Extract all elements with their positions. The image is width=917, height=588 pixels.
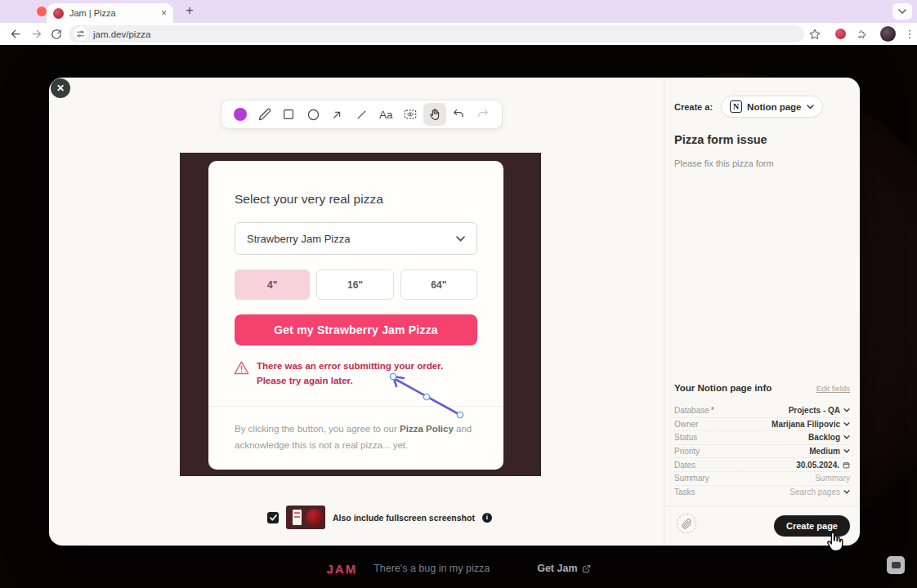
address-bar[interactable]: jam.dev/pizza: [69, 25, 804, 42]
forward-icon[interactable]: [29, 27, 43, 41]
field-label: Database: [674, 406, 709, 415]
jam-capture-modal: ✕ Aa: [49, 78, 860, 546]
site-info-icon[interactable]: [74, 27, 87, 41]
legal-prefix: By clicking the button, you agree to our: [235, 424, 400, 434]
field-row-tasks[interactable]: Tasks Search pages: [674, 486, 850, 500]
field-row-priority[interactable]: Priority Medium: [674, 445, 850, 459]
new-tab-button[interactable]: +: [181, 2, 198, 19]
field-value: 30.05.2024.: [796, 461, 839, 470]
text-tool-icon[interactable]: Aa: [374, 103, 397, 126]
bookmark-star-icon[interactable]: [807, 27, 821, 41]
tab-close-icon[interactable]: ×: [161, 7, 167, 19]
destination-dropdown[interactable]: N Notion page: [721, 96, 822, 118]
field-value: Medium: [809, 447, 840, 456]
issue-description-input[interactable]: Please fix this pizza form: [674, 158, 774, 168]
edit-fields-link[interactable]: Edit fields: [816, 384, 850, 393]
thumbnail-pizza: [306, 509, 323, 526]
size-options: 4" 16" 64": [235, 270, 477, 300]
form-title: Select your very real pizza: [235, 192, 383, 207]
hand-tool-icon[interactable]: [423, 103, 446, 126]
field-placeholder: Search pages: [790, 488, 840, 497]
rectangle-tool-icon[interactable]: [277, 103, 300, 126]
url-text: jam.dev/pizza: [93, 29, 150, 39]
info-icon[interactable]: i: [482, 513, 492, 523]
browser-menu-icon[interactable]: ⋮: [904, 26, 915, 42]
blur-tool-icon[interactable]: [399, 103, 422, 126]
browser-window: Jam | Pizza × + jam.dev/pizza: [0, 0, 917, 588]
arrow-tool-icon[interactable]: [326, 103, 349, 126]
fullscreen-screenshot-checkbox[interactable]: [267, 512, 279, 523]
tab-title: Jam | Pizza: [69, 8, 155, 18]
profile-avatar[interactable]: [880, 26, 896, 42]
field-value: Marijana Filipovic: [772, 420, 840, 429]
calendar-icon: [843, 461, 850, 469]
sidebar-divider: [664, 506, 860, 506]
browser-toolbar: jam.dev/pizza ⋮: [0, 23, 917, 45]
annotation-toolbar: Aa: [221, 100, 503, 129]
notion-info-header: Your Notion page info Edit fields: [674, 383, 850, 393]
include-screenshot-label: Also include fullscreen screenshot: [333, 513, 475, 523]
modal-close-button[interactable]: ✕: [51, 78, 70, 98]
get-jam-link[interactable]: Get Jam: [537, 563, 590, 574]
submit-order-button[interactable]: Get my Strawberry Jam Pizza: [235, 314, 477, 345]
window-close-button[interactable]: [37, 7, 47, 16]
line-tool-icon[interactable]: [350, 103, 373, 126]
jam-extension-icon[interactable]: [834, 27, 848, 41]
notion-fields: Database* Projects - QA Owner Marijana F…: [674, 404, 850, 499]
field-row-owner[interactable]: Owner Marijana Filipovic: [674, 418, 850, 432]
arrow-handle-end[interactable]: [390, 373, 396, 379]
size-button-16[interactable]: 16": [316, 270, 393, 300]
pizza-select-value: Strawberry Jam Pizza: [247, 233, 456, 245]
chevron-down-icon: [843, 490, 850, 494]
back-icon[interactable]: [9, 27, 23, 41]
destination-label: Notion page: [747, 102, 801, 112]
pizza-select-dropdown[interactable]: Strawberry Jam Pizza: [235, 222, 477, 255]
create-destination-row: Create a: N Notion page: [674, 96, 823, 118]
issue-sidebar: Create a: N Notion page Pizza form issue…: [664, 78, 860, 546]
color-swatch-icon[interactable]: [229, 103, 252, 126]
notion-icon: N: [730, 100, 742, 113]
undo-icon[interactable]: [447, 103, 470, 126]
chevron-down-icon: [843, 422, 850, 426]
redo-icon[interactable]: [472, 103, 494, 126]
field-row-dates[interactable]: Dates 30.05.2024.: [674, 458, 850, 472]
arrow-handle-start[interactable]: [457, 412, 463, 417]
paperclip-icon[interactable]: [677, 514, 696, 533]
field-placeholder: Summary: [815, 474, 850, 483]
external-link-icon: [582, 564, 591, 573]
size-button-4[interactable]: 4": [235, 270, 310, 300]
get-jam-label: Get Jam: [537, 563, 577, 574]
jam-favicon-icon: [53, 8, 64, 19]
site-footer: JAM There's a bug in my pizza Get Jam: [0, 549, 917, 588]
tab-strip: Jam | Pizza × +: [0, 0, 917, 23]
warning-triangle-icon: [233, 359, 250, 376]
chevron-down-icon: [843, 435, 850, 439]
tab-list-chevron-icon[interactable]: [892, 3, 912, 20]
field-value: Projects - QA: [789, 406, 840, 415]
footer-tagline: There's a bug in my pizza: [374, 563, 490, 574]
jam-logo: JAM: [326, 562, 357, 576]
field-row-status[interactable]: Status Backlog: [674, 431, 850, 445]
hand-cursor: [824, 529, 847, 555]
extensions-puzzle-icon[interactable]: [855, 27, 869, 41]
field-value: Backlog: [808, 433, 840, 442]
create-a-label: Create a:: [674, 102, 713, 112]
arrow-annotation[interactable]: [380, 363, 474, 427]
required-asterisk: *: [711, 406, 714, 415]
refresh-icon[interactable]: [49, 27, 63, 41]
chat-widget-icon[interactable]: [887, 556, 905, 574]
captured-screenshot: Select your very real pizza Strawberry J…: [180, 153, 541, 476]
fullscreen-screenshot-thumbnail[interactable]: [286, 506, 325, 529]
size-button-64[interactable]: 64": [400, 270, 477, 300]
chevron-down-icon: [807, 105, 814, 109]
notion-info-title: Your Notion page info: [674, 383, 772, 393]
ellipse-tool-icon[interactable]: [302, 103, 324, 126]
pen-tool-icon[interactable]: [253, 103, 276, 126]
chevron-down-icon: [456, 236, 465, 242]
field-row-database[interactable]: Database* Projects - QA: [674, 404, 850, 418]
browser-tab[interactable]: Jam | Pizza ×: [47, 3, 173, 23]
field-row-summary[interactable]: Summary Summary: [674, 472, 850, 486]
arrow-handle-mid[interactable]: [423, 394, 429, 399]
issue-title-input[interactable]: Pizza form issue: [674, 133, 767, 146]
chevron-down-icon: [843, 449, 850, 453]
